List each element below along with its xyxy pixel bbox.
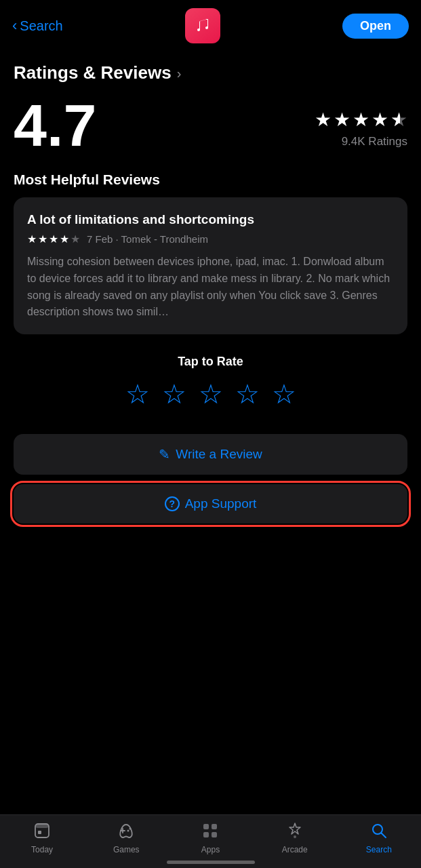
review-stars: ★ ★ ★ ★ ★: [27, 233, 80, 245]
home-indicator: [167, 861, 255, 864]
svg-rect-8: [212, 824, 217, 829]
write-review-label: Write a Review: [176, 447, 262, 462]
star-4: ★: [372, 108, 388, 131]
app-support-icon: ?: [165, 496, 180, 511]
back-label: Search: [20, 18, 62, 34]
review-date-author: 7 Feb · Tomek - Trondheim: [87, 233, 208, 245]
review-star-2: ★: [38, 233, 47, 245]
nav-item-search[interactable]: Search: [352, 822, 406, 854]
tap-to-rate-section: Tap to Rate ☆ ☆ ☆ ☆ ☆: [14, 355, 407, 423]
app-support-label: App Support: [185, 496, 257, 511]
back-button[interactable]: ‹ Search: [12, 18, 63, 35]
ratings-header[interactable]: Ratings & Reviews ›: [14, 62, 407, 83]
games-label: Games: [113, 845, 140, 854]
rate-stars: ☆ ☆ ☆ ☆ ☆: [125, 378, 296, 410]
nav-item-today[interactable]: Today: [15, 822, 69, 854]
rate-star-1[interactable]: ☆: [125, 378, 150, 410]
review-title: A lot of limitations and shortcomings: [27, 212, 394, 227]
svg-rect-2: [38, 831, 41, 834]
svg-rect-7: [203, 824, 209, 829]
svg-point-11: [294, 835, 296, 838]
app-support-button[interactable]: ? App Support: [14, 484, 407, 524]
review-star-5: ★: [71, 233, 80, 245]
svg-point-3: [127, 830, 129, 832]
review-card[interactable]: A lot of limitations and shortcomings ★ …: [14, 197, 407, 334]
ratings-chevron-icon: ›: [177, 66, 182, 81]
review-meta: ★ ★ ★ ★ ★ 7 Feb · Tomek - Trondheim: [27, 233, 394, 245]
review-star-3: ★: [49, 233, 58, 245]
svg-line-13: [381, 833, 386, 838]
arcade-label: Arcade: [282, 845, 308, 854]
music-note-icon: [193, 16, 213, 36]
average-rating: 4.7: [14, 96, 96, 155]
arcade-icon: [286, 822, 304, 842]
stars-display: ★ ★ ★ ★ ★ ★: [315, 108, 407, 131]
games-icon: [117, 822, 135, 842]
svg-point-4: [129, 828, 132, 830]
today-icon: [33, 822, 51, 842]
ratings-count: 9.4K Ratings: [342, 135, 407, 149]
ratings-title: Ratings & Reviews: [14, 62, 172, 83]
svg-rect-1: [35, 824, 49, 828]
apps-icon: [201, 822, 219, 842]
today-label: Today: [31, 845, 53, 854]
most-helpful-label: Most Helpful Reviews: [14, 172, 407, 188]
rate-star-3[interactable]: ☆: [199, 378, 223, 410]
apps-label: Apps: [201, 845, 220, 854]
write-review-button[interactable]: ✎ Write a Review: [14, 434, 407, 475]
top-navigation: ‹ Search Open: [0, 0, 421, 50]
rating-details: ★ ★ ★ ★ ★ ★ 9.4K Ratings: [315, 103, 407, 149]
search-icon: [370, 822, 388, 842]
app-icon: [185, 8, 220, 43]
rating-summary: 4.7 ★ ★ ★ ★ ★ ★ 9.4K Ratings: [14, 96, 407, 155]
star-3: ★: [353, 108, 369, 131]
write-review-icon: ✎: [159, 446, 170, 462]
star-2: ★: [334, 108, 350, 131]
rate-star-5[interactable]: ☆: [272, 378, 296, 410]
main-content: Ratings & Reviews › 4.7 ★ ★ ★ ★ ★ ★ 9.4K…: [0, 50, 421, 628]
review-star-1: ★: [27, 233, 37, 245]
search-label: Search: [366, 845, 392, 854]
svg-rect-10: [212, 832, 217, 837]
nav-item-apps[interactable]: Apps: [183, 822, 237, 854]
nav-item-arcade[interactable]: Arcade: [268, 822, 322, 854]
rate-star-4[interactable]: ☆: [235, 378, 260, 410]
tap-to-rate-label: Tap to Rate: [178, 355, 243, 369]
review-star-4: ★: [60, 233, 69, 245]
nav-item-games[interactable]: Games: [99, 822, 153, 854]
rate-star-2[interactable]: ☆: [162, 378, 186, 410]
open-button[interactable]: Open: [342, 14, 409, 39]
star-1: ★: [315, 108, 332, 131]
review-body: Missing cohesion between devices iphone,…: [27, 254, 394, 321]
star-5-half: ★ ★: [390, 108, 407, 131]
svg-rect-9: [203, 832, 209, 837]
chevron-left-icon: ‹: [12, 17, 17, 35]
